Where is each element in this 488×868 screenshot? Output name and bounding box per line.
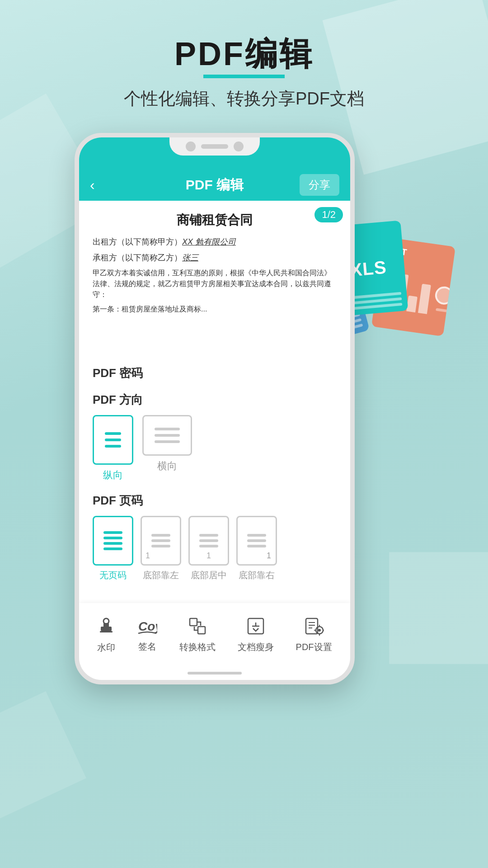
- signature-label: 签名: [138, 641, 156, 653]
- landscape-label: 横向: [157, 459, 177, 473]
- doc-title: 商铺租赁合同: [93, 212, 337, 229]
- page-label-br: 底部靠右: [239, 569, 275, 581]
- landscape-icon: [142, 415, 192, 456]
- page-icon-bl: 1: [141, 516, 181, 566]
- page-label-none: 无页码: [99, 569, 127, 581]
- page-number-options: 无页码 1 底部靠左: [93, 516, 337, 581]
- pdf-settings-icon: [304, 617, 324, 637]
- toolbar-watermark[interactable]: 水印: [97, 616, 115, 654]
- convert-icon: [188, 617, 207, 637]
- orientation-portrait[interactable]: 纵向: [93, 415, 133, 482]
- speaker: [201, 144, 228, 149]
- page-subtitle: 个性化编辑、转换分享PDF文档: [124, 87, 364, 110]
- doc-line-3: 甲乙双方本着实诚信用，互利互惠的原则，根据《中华人民共和国合同法》法律、法规的规…: [93, 268, 337, 300]
- document-area: 1/2 商铺租赁合同 出租方（以下简称甲方）XX 勉有限公司 承租方（以下简称乙…: [79, 201, 350, 354]
- toolbar-signature[interactable]: Coy 签名: [137, 617, 157, 653]
- svg-rect-5: [190, 618, 197, 626]
- pdf-settings-label: PDF设置: [296, 641, 332, 653]
- convert-label: 转换格式: [179, 641, 216, 653]
- doc-line-1: 出租方（以下简称甲方）XX 勉有限公司: [93, 236, 337, 248]
- phone-notch-area: [79, 137, 350, 169]
- password-section: PDF 密码: [93, 365, 337, 381]
- page-icon-bc: 1: [188, 516, 229, 566]
- camera-dot: [186, 142, 196, 151]
- app-bar: ‹ PDF 编辑 分享: [79, 169, 350, 201]
- settings-panel: PDF 密码 PDF 方向 纵向: [79, 354, 350, 603]
- share-button[interactable]: 分享: [300, 174, 339, 196]
- doc-line-2: 承租方（以下简称乙方）张三: [93, 252, 337, 264]
- home-indicator: [188, 672, 242, 675]
- toolbar-compress[interactable]: 文档瘦身: [238, 617, 274, 653]
- orientation-options: 纵向 横向: [93, 415, 337, 482]
- page-option-none[interactable]: 无页码: [93, 516, 133, 581]
- page-label-bc: 底部居中: [191, 569, 227, 581]
- orientation-label: PDF 方向: [93, 392, 337, 408]
- orientation-landscape[interactable]: 横向: [142, 415, 192, 482]
- svg-text:Coy: Coy: [138, 619, 157, 633]
- page-title: PDF编辑: [124, 36, 364, 72]
- password-label: PDF 密码: [93, 365, 337, 381]
- doc-line-4: 第一条：租赁房屋坐落地址及商标...: [93, 304, 337, 315]
- page-number-label: PDF 页码: [93, 493, 337, 509]
- svg-point-10: [318, 629, 321, 632]
- phone-notch: [169, 137, 260, 156]
- compress-label: 文档瘦身: [238, 641, 274, 653]
- toolbar-pdf-settings[interactable]: PDF设置: [296, 617, 332, 653]
- portrait-label: 纵向: [103, 468, 123, 482]
- camera-dot-2: [234, 142, 244, 151]
- page-option-br[interactable]: 1 底部靠右: [236, 516, 277, 581]
- svg-rect-3: [100, 631, 113, 632]
- page-option-bl[interactable]: 1 底部靠左: [141, 516, 181, 581]
- page-badge: 1/2: [314, 207, 343, 222]
- page-label-bl: 底部靠左: [143, 569, 179, 581]
- title-underline: [203, 75, 285, 78]
- svg-rect-6: [198, 627, 205, 634]
- portrait-icon: [93, 415, 133, 465]
- phone-mockup: ‹ PDF 编辑 分享 1/2 商铺租赁合同 出租方（以下简称甲方）XX 勉有限…: [75, 133, 355, 684]
- watermark-label: 水印: [97, 642, 115, 654]
- header: PDF编辑 个性化编辑、转换分享PDF文档: [124, 0, 364, 110]
- bottom-toolbar: 水印 Coy 签名 转换格式: [79, 603, 350, 666]
- toolbar-convert[interactable]: 转换格式: [179, 617, 216, 653]
- home-indicator-area: [79, 666, 350, 680]
- page-icon-br: 1: [236, 516, 277, 566]
- page-option-bc[interactable]: 1 底部居中: [188, 516, 229, 581]
- back-button[interactable]: ‹: [90, 177, 95, 193]
- page-number-section: PDF 页码 无页码: [93, 493, 337, 581]
- compress-icon: [246, 617, 265, 637]
- app-bar-title: PDF 编辑: [186, 176, 244, 194]
- page-icon-none: [93, 516, 133, 566]
- stamp-icon: [97, 616, 115, 638]
- orientation-section: PDF 方向 纵向: [93, 392, 337, 482]
- signature-icon: Coy: [137, 617, 157, 637]
